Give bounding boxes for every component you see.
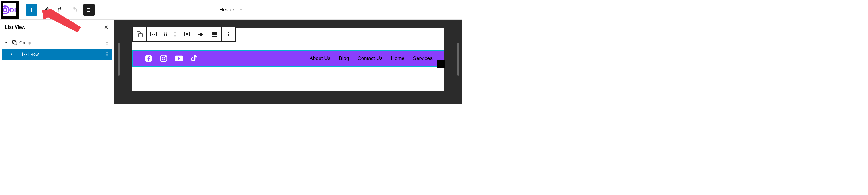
tree-item-options[interactable] (102, 40, 112, 45)
svg-point-11 (106, 56, 107, 56)
nav-link[interactable]: Services (413, 56, 433, 61)
block-options-button[interactable] (222, 27, 236, 41)
tiktok-icon[interactable] (190, 54, 198, 63)
svg-point-26 (228, 35, 229, 36)
svg-point-18 (164, 35, 165, 36)
site-logo-button[interactable]: DI (1, 1, 19, 19)
block-tree: Group Row (0, 35, 114, 62)
more-vertical-icon (226, 31, 231, 37)
chevron-down-icon (4, 40, 9, 45)
tree-item-options[interactable] (102, 52, 112, 57)
tree-item-group[interactable]: Group (2, 37, 112, 48)
justify-icon (183, 31, 190, 37)
nav-link[interactable]: About Us (309, 56, 330, 61)
svg-rect-20 (186, 33, 188, 35)
svg-text:DI: DI (10, 7, 16, 13)
scroll-handle[interactable] (118, 43, 120, 76)
edit-tool-button[interactable] (40, 4, 52, 16)
list-view-panel: List View Group (0, 20, 115, 104)
svg-point-15 (166, 33, 167, 34)
svg-point-16 (164, 34, 165, 35)
editor-canvas[interactable]: About Us Blog Contact Us Home Services (115, 20, 462, 104)
svg-point-19 (166, 35, 167, 36)
block-toolbar (132, 27, 236, 42)
nav-link[interactable]: Blog (339, 56, 349, 61)
svg-point-29 (162, 57, 165, 60)
align-button[interactable] (208, 27, 221, 41)
justify-button[interactable] (180, 27, 194, 41)
align-vertical-icon (197, 31, 204, 37)
chevron-down-icon (239, 7, 243, 12)
editor-main: List View Group (0, 20, 462, 104)
svg-point-10 (106, 54, 107, 55)
row-icon (150, 31, 157, 37)
tree-item-label: Row (30, 52, 102, 57)
site-logo: DI (3, 3, 17, 17)
svg-point-6 (106, 40, 107, 41)
tree-toggle[interactable] (2, 40, 10, 45)
tree-item-row[interactable]: Row (2, 49, 112, 60)
svg-point-7 (106, 42, 107, 43)
more-vertical-icon (104, 52, 110, 57)
svg-point-9 (106, 52, 107, 53)
chevron-right-icon (9, 52, 14, 57)
more-vertical-icon (104, 40, 110, 45)
undo-button[interactable] (55, 4, 66, 16)
header-nav: About Us Blog Contact Us Home Services (309, 56, 433, 61)
drag-handle[interactable] (160, 27, 170, 41)
align-vertical-button[interactable] (194, 27, 208, 41)
header-row-block[interactable]: About Us Blog Contact Us Home Services (132, 50, 444, 66)
svg-rect-23 (212, 36, 217, 36)
add-block-after-button[interactable] (437, 60, 445, 68)
move-vertical-icon (173, 31, 177, 37)
move-updown-button[interactable] (170, 27, 180, 41)
editor-topbar: DI Header (0, 0, 462, 20)
svg-rect-13 (139, 33, 142, 37)
nav-link[interactable]: Contact Us (357, 56, 382, 61)
block-type-button[interactable] (133, 27, 147, 41)
tree-item-label: Group (19, 40, 102, 45)
close-list-view-button[interactable] (103, 24, 109, 31)
tree-toggle[interactable] (7, 52, 16, 57)
svg-point-17 (166, 34, 167, 35)
drag-icon (163, 32, 168, 36)
svg-rect-21 (200, 33, 202, 36)
add-block-button[interactable] (26, 4, 37, 16)
svg-point-8 (106, 44, 107, 45)
svg-rect-5 (14, 42, 17, 45)
close-icon (103, 24, 109, 31)
instagram-icon[interactable] (159, 54, 168, 63)
svg-point-0 (3, 6, 9, 14)
svg-point-30 (165, 56, 166, 57)
svg-rect-22 (212, 32, 217, 35)
document-title-dropdown[interactable]: Header (219, 7, 243, 13)
svg-point-25 (228, 34, 229, 35)
redo-button[interactable] (69, 4, 80, 16)
svg-point-24 (228, 32, 229, 33)
group-icon (136, 31, 143, 38)
svg-point-1 (3, 8, 7, 12)
scroll-handle[interactable] (457, 43, 459, 76)
facebook-icon[interactable] (144, 54, 153, 63)
list-view-button[interactable] (83, 4, 95, 16)
align-icon (211, 31, 218, 37)
page-preview: About Us Blog Contact Us Home Services (132, 28, 444, 91)
plus-icon (438, 61, 444, 67)
social-icons (144, 54, 198, 63)
toolbar-buttons (26, 4, 95, 16)
svg-point-14 (164, 33, 165, 34)
nav-link[interactable]: Home (391, 56, 404, 61)
list-view-header: List View (0, 20, 114, 35)
document-title: Header (219, 7, 236, 13)
list-view-title: List View (5, 25, 26, 30)
group-icon (10, 39, 19, 46)
youtube-icon[interactable] (174, 54, 183, 63)
row-icon (21, 52, 30, 57)
row-layout-button[interactable] (147, 27, 160, 41)
